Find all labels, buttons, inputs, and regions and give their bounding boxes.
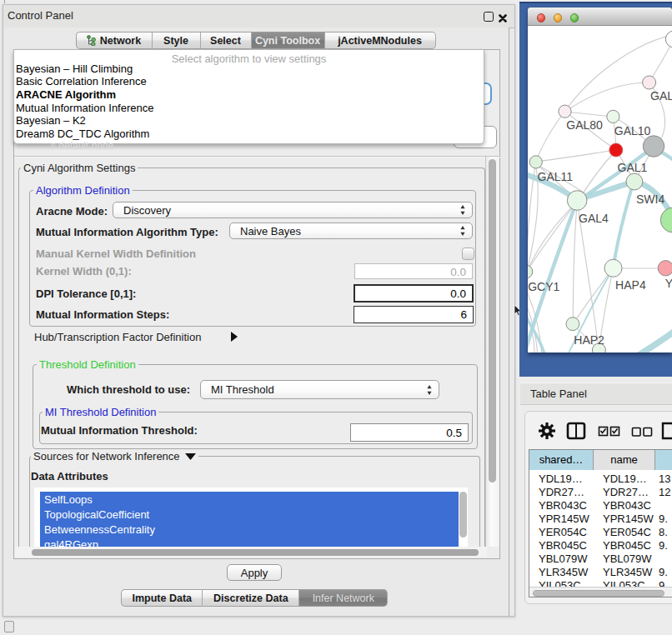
svg-text:GAL11: GAL11 — [538, 170, 574, 183]
svg-text:GCY1: GCY1 — [528, 280, 559, 293]
svg-text:GAL4: GAL4 — [579, 212, 609, 225]
svg-text:GAL80: GAL80 — [566, 118, 603, 132]
svg-text:HAP4: HAP4 — [615, 278, 646, 292]
svg-text:HAP2: HAP2 — [574, 333, 604, 347]
svg-text:SWI4: SWI4 — [636, 192, 664, 206]
svg-text:GAL1: GAL1 — [618, 161, 648, 174]
svg-text:Y: Y — [665, 277, 672, 290]
svg-text:GAL10: GAL10 — [614, 124, 651, 138]
svg-text:GAL: GAL — [650, 89, 672, 102]
